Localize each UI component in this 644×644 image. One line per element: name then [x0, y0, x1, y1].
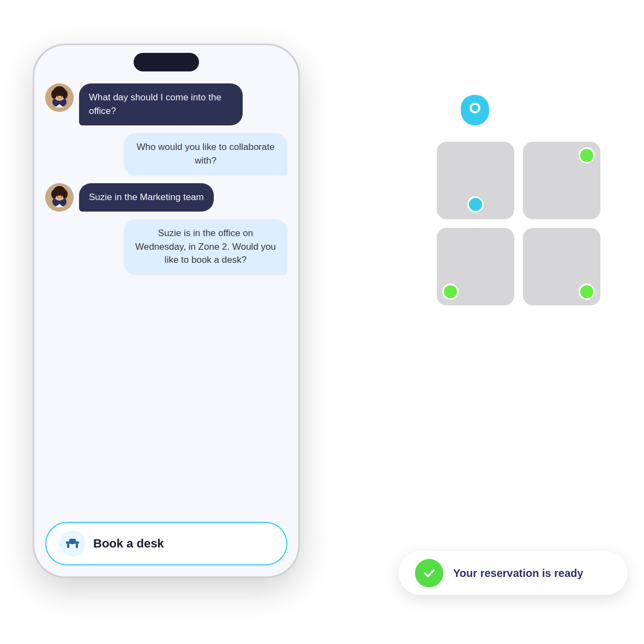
- desk-grid: [437, 142, 600, 305]
- avatar-3: [45, 183, 74, 212]
- desk-icon: [59, 531, 86, 557]
- desk-dot-3: [442, 284, 459, 300]
- chat-row-2: Who would you like to collaborate with?: [45, 133, 287, 175]
- desk-cell-1: [437, 142, 514, 219]
- chat-row-4: Suzie is in the office on Wednesday, in …: [45, 219, 287, 275]
- svg-rect-22: [71, 543, 74, 544]
- reservation-check-icon: [415, 559, 443, 587]
- bubble-1: What day should I come into the office?: [79, 83, 243, 125]
- chat-row-1: What day should I come into the office?: [45, 83, 287, 125]
- scene: What day should I come into the office? …: [0, 0, 644, 644]
- book-desk-button[interactable]: Book a desk: [45, 522, 287, 565]
- phone-screen: What day should I come into the office? …: [34, 45, 298, 576]
- bubble-2: Who would you like to collaborate with?: [124, 133, 287, 175]
- svg-point-8: [61, 94, 63, 97]
- desk-dot-1: [467, 196, 484, 213]
- book-desk-label: Book a desk: [93, 537, 164, 551]
- svg-point-7: [57, 94, 58, 97]
- svg-point-17: [61, 194, 63, 196]
- desk-map: [426, 98, 611, 284]
- desk-dot-4: [579, 284, 595, 300]
- location-pin: [459, 93, 491, 139]
- svg-point-27: [472, 105, 478, 111]
- svg-rect-20: [76, 544, 78, 548]
- svg-point-6: [62, 90, 68, 99]
- desk-cell-4: [523, 228, 600, 305]
- phone: What day should I come into the office? …: [33, 44, 300, 578]
- reservation-label: Your reservation is ready: [453, 567, 583, 580]
- desk-cell-3: [437, 228, 514, 305]
- phone-notch: [134, 53, 199, 71]
- desk-cell-2: [523, 142, 600, 219]
- bubble-3: Suzie in the Marketing team: [79, 183, 214, 212]
- bubble-4: Suzie is in the office on Wednesday, in …: [124, 219, 287, 275]
- desk-dot-2: [579, 147, 595, 164]
- avatar-1: [45, 83, 74, 112]
- svg-rect-19: [67, 544, 69, 548]
- svg-point-16: [57, 194, 58, 196]
- svg-rect-21: [69, 539, 76, 543]
- chat-row-3: Suzie in the Marketing team: [45, 183, 287, 212]
- svg-point-5: [51, 90, 57, 99]
- svg-point-14: [51, 190, 57, 198]
- svg-point-15: [62, 190, 68, 198]
- reservation-card: Your reservation is ready: [399, 551, 628, 595]
